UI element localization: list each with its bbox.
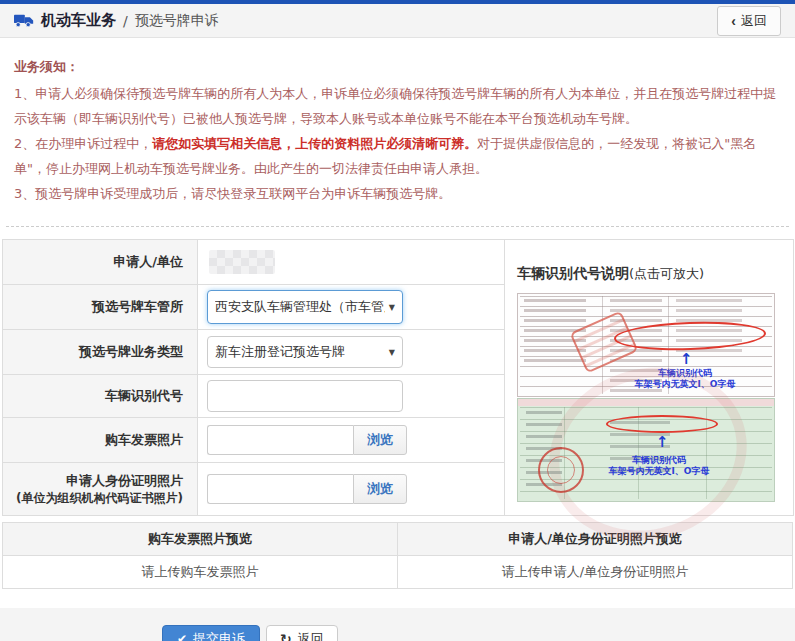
- page: 机动车业务 / 预选号牌申诉 ‹ 返回 业务须知： 1、申请人必须确保待预选号牌…: [0, 0, 795, 641]
- notice-line-1: 1、申请人必须确保待预选号牌车辆的所有人为本人，申诉单位必须确保待预选号牌车辆的…: [14, 81, 783, 131]
- notice-line-2-highlight: 请您如实填写相关信息，上传的资料照片必须清晰可辨。: [152, 136, 477, 151]
- round-stamp: [538, 447, 584, 493]
- business-notice: 业务须知： 1、申请人必须确保待预选号牌车辆的所有人为本人，申诉单位必须确保待预…: [0, 38, 795, 216]
- submit-appeal-label: 提交申诉: [193, 630, 245, 641]
- vin-label: 车辆识别代号: [3, 375, 198, 418]
- id-browse-button[interactable]: 浏览: [353, 474, 407, 504]
- business-type-label: 预选号牌业务类型: [3, 330, 198, 375]
- invoice-sample: ↑ 车辆识别代码 车架号内无英文I、O字母: [517, 398, 775, 502]
- id-photo-group: 浏览: [207, 474, 407, 504]
- applicant-value-redacted: [209, 250, 275, 274]
- vin-annotation-2-line2: 车架号内无英文I、O字母: [584, 466, 734, 477]
- invoice-photo-input[interactable]: [207, 425, 353, 455]
- id-photo-label-sub: (单位为组织机构代码证书照片): [3, 490, 183, 507]
- vin-highlight-ellipse-2: [606, 415, 718, 433]
- appeal-form: 申请人/单位 车辆识别代号说明(点击可放大) ↑ 车辆识别代码: [2, 239, 794, 516]
- breadcrumb-separator: /: [123, 13, 128, 29]
- notice-title: 业务须知：: [14, 54, 783, 79]
- submit-appeal-button[interactable]: ✔ 提交申诉: [162, 625, 260, 641]
- vin-annotation: 车辆识别代码 车架号内无英文I、O字母: [610, 368, 760, 390]
- vin-annotation-2-line1: 车辆识别代码: [584, 455, 734, 466]
- id-photo-input[interactable]: [207, 474, 353, 504]
- back-button-bottom[interactable]: ↻ 返回: [266, 625, 338, 641]
- notice-line-3: 3、预选号牌申诉受理成功后，请尽快登录互联网平台为申诉车辆预选号牌。: [14, 181, 783, 206]
- notice-line-2: 2、在办理申诉过程中，请您如实填写相关信息，上传的资料照片必须清晰可辨。对于提供…: [14, 131, 783, 181]
- breadcrumb: 机动车业务 / 预选号牌申诉: [14, 11, 219, 30]
- back-button-top-label: 返回: [741, 12, 767, 30]
- back-button-bottom-label: 返回: [298, 630, 324, 641]
- vin-guide-panel: 车辆识别代号说明(点击可放大) ↑ 车辆识别代码 车架号内无英文I、O字母: [505, 240, 794, 516]
- office-label: 预选号牌车管所: [3, 285, 198, 330]
- vin-guide-title: 车辆识别代号说明(点击可放大): [517, 265, 783, 283]
- id-preview-placeholder: 请上传申请人/单位身份证明照片: [398, 556, 793, 589]
- id-photo-label-main: 申请人身份证明照片: [66, 473, 183, 488]
- vin-guide-subtitle: (点击可放大): [629, 266, 704, 281]
- truck-icon: [14, 13, 34, 28]
- business-type-select-value: 新车注册登记预选号牌: [215, 343, 385, 361]
- chevron-left-icon: ‹: [731, 16, 736, 26]
- dashed-divider: [6, 226, 789, 227]
- action-bar: ✔ 提交申诉 ↻ 返回: [0, 608, 795, 641]
- select-arrow-icon: ▼: [389, 303, 395, 312]
- applicant-label: 申请人/单位: [3, 240, 198, 285]
- vin-guide-image[interactable]: ↑ 车辆识别代码 车架号内无英文I、O字母 ↑: [517, 293, 779, 502]
- vin-annotation-2: 车辆识别代码 车架号内无英文I、O字母: [584, 455, 734, 477]
- vin-annotation-line1: 车辆识别代码: [610, 368, 760, 379]
- vin-guide-title-text: 车辆识别代号说明: [517, 265, 629, 281]
- breadcrumb-section: 机动车业务: [41, 11, 116, 30]
- photo-preview-table: 购车发票照片预览 申请人/单位身份证明照片预览 请上传购车发票照片 请上传申请人…: [2, 522, 793, 589]
- check-icon: ✔: [177, 632, 187, 641]
- id-preview-header: 申请人/单位身份证明照片预览: [398, 523, 793, 556]
- invoice-photo-group: 浏览: [207, 425, 407, 455]
- vin-annotation-line2: 车架号内无英文I、O字母: [610, 379, 760, 390]
- arrow-up-icon-2: ↑: [656, 435, 669, 449]
- invoice-preview-header: 购车发票照片预览: [3, 523, 398, 556]
- refresh-icon: ↻: [280, 631, 292, 641]
- business-type-select[interactable]: 新车注册登记预选号牌 ▼: [207, 336, 403, 368]
- vin-input[interactable]: [207, 380, 403, 412]
- arrow-up-icon: ↑: [680, 352, 693, 366]
- breadcrumb-page: 预选号牌申诉: [135, 12, 219, 30]
- invoice-preview-placeholder: 请上传购车发票照片: [3, 556, 398, 589]
- invoice-browse-button[interactable]: 浏览: [353, 425, 407, 455]
- notice-line-2-prefix: 2、在办理申诉过程中，: [14, 136, 152, 151]
- office-select[interactable]: 西安支队车辆管理处（市车管所 ▼: [207, 290, 403, 324]
- certificate-sample: ↑ 车辆识别代码 车架号内无英文I、O字母: [517, 293, 775, 397]
- back-button-top[interactable]: ‹ 返回: [717, 6, 781, 36]
- select-arrow-icon: ▼: [389, 348, 395, 357]
- invoice-photo-label: 购车发票照片: [3, 418, 198, 463]
- id-photo-label: 申请人身份证明照片 (单位为组织机构代码证书照片): [3, 463, 198, 516]
- office-select-value: 西安支队车辆管理处（市车管所: [215, 298, 385, 316]
- page-header: 机动车业务 / 预选号牌申诉 ‹ 返回: [0, 4, 795, 38]
